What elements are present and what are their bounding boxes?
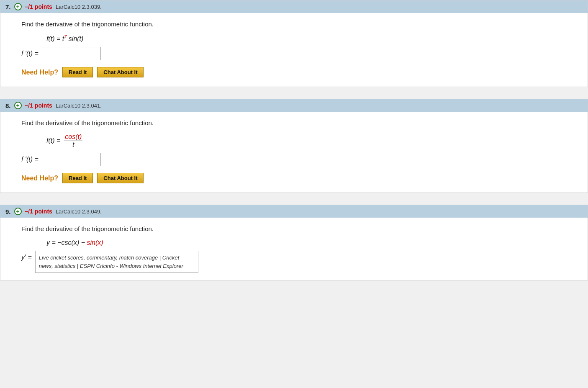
q8-need-help-row: Need Help? Read It Chat About It [21,173,575,183]
q7-formula: f(t) = t7 sin(t) [46,34,575,43]
question-7-block: 7. + –/1 points LarCalc10 2.3.039. Find … [0,0,588,87]
q7-need-help-row: Need Help? Read It Chat About It [21,67,575,77]
question-9-header: 9. + –/1 points LarCalc10 2.3.049. [0,205,588,218]
q9-answer-row: y′ = Live cricket scores, commentary, ma… [21,251,575,264]
q8-denominator: t [72,141,75,149]
q7-need-help-label: Need Help? [21,69,58,76]
q9-answer-label: y′ = [21,254,32,261]
q9-formula-plain: y = −csc(x) − [46,239,87,246]
q8-source: LarCalc10 2.3.041. [56,103,102,109]
q8-need-help-label: Need Help? [21,175,58,182]
q7-answer-label: f ′(t) = [21,50,39,57]
question-8-header: 8. + –/1 points LarCalc10 2.3.041. [0,99,588,112]
q8-plus-icon[interactable]: + [14,102,22,109]
page-container: 7. + –/1 points LarCalc10 2.3.039. Find … [0,0,588,280]
q7-answer-input[interactable] [42,47,100,60]
q8-answer-input[interactable] [42,153,100,166]
q9-points: –/1 points [25,208,52,215]
q7-formula-lhs: f(t) = t [46,35,64,42]
q7-formula-rhs: sin(t) [67,35,83,42]
question-8-block: 8. + –/1 points LarCalc10 2.3.041. Find … [0,99,588,193]
question-7-body: Find the derivative of the trigonometric… [0,13,588,87]
q9-number: 9. [5,208,11,215]
q7-source: LarCalc10 2.3.039. [56,4,102,10]
q8-number: 8. [5,102,11,109]
question-7-header: 7. + –/1 points LarCalc10 2.3.039. [0,0,588,13]
q8-numerator: cos(t) [64,133,82,141]
q9-autocomplete-dropdown: Live cricket scores, commentary, match c… [35,251,198,273]
question-9-block: 9. + –/1 points LarCalc10 2.3.049. Find … [0,205,588,280]
q9-formula-red: sin(x) [87,239,103,246]
q9-autocomplete-text: Live cricket scores, commentary, match c… [39,254,183,269]
q8-instruction: Find the derivative of the trigonometric… [21,119,575,126]
question-9-body: Find the derivative of the trigonometric… [0,218,588,280]
q9-answer-area: Live cricket scores, commentary, match c… [35,251,94,264]
q9-instruction: Find the derivative of the trigonometric… [21,225,575,232]
q9-plus-icon[interactable]: + [14,208,22,215]
q7-number: 7. [5,3,11,10]
q9-formula: y = −csc(x) − sin(x) [46,239,575,247]
q7-plus-icon[interactable]: + [14,3,22,10]
q7-read-it-button[interactable]: Read It [62,67,93,77]
q8-formula: f(t) = cos(t) t [46,133,575,149]
question-8-body: Find the derivative of the trigonometric… [0,112,588,193]
q8-chat-about-button[interactable]: Chat About It [97,173,144,183]
q8-points: –/1 points [25,102,52,109]
q8-fraction: cos(t) t [64,133,82,149]
q8-answer-label: f ′(t) = [21,156,39,163]
q9-source: LarCalc10 2.3.049. [56,208,102,215]
q7-chat-about-button[interactable]: Chat About It [97,67,144,77]
q7-points: –/1 points [25,3,52,10]
q7-instruction: Find the derivative of the trigonometric… [21,21,575,28]
q8-read-it-button[interactable]: Read It [62,173,93,183]
q7-answer-row: f ′(t) = [21,47,575,60]
q8-answer-row: f ′(t) = [21,153,575,166]
